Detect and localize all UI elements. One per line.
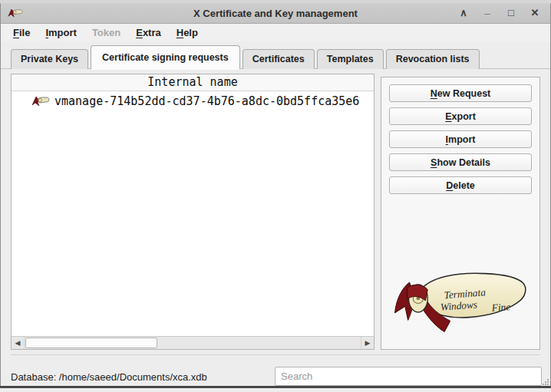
menu-help[interactable]: Help xyxy=(169,25,206,40)
delete-button[interactable]: Delete xyxy=(389,176,532,194)
xca-banner-logo: Terminata Windows Fine xyxy=(388,266,533,346)
new-request-button[interactable]: New Request xyxy=(389,84,532,102)
database-path-label: Database: /home/saeed/Documents/xca.xdb xyxy=(11,371,207,383)
screen-bottom-sliver xyxy=(0,386,551,388)
logo-line3: Fine xyxy=(490,301,510,314)
close-icon[interactable]: ✕ xyxy=(530,8,540,18)
minimize-icon[interactable]: _ xyxy=(482,5,493,15)
menu-token: Token xyxy=(84,25,128,40)
pane-divider xyxy=(11,354,540,355)
horizontal-scrollbar[interactable]: ◀ ▶ xyxy=(12,336,374,349)
resize-grip[interactable] xyxy=(543,379,549,386)
scroll-right-icon[interactable]: ▶ xyxy=(361,337,374,349)
action-panel: New Request Export Import Show Details D… xyxy=(381,77,540,350)
csr-list: Internal name vmanage-714b52dd-cd37-4b76… xyxy=(11,74,374,350)
scrollbar-thumb[interactable] xyxy=(25,338,157,348)
column-header-internal-name[interactable]: Internal name xyxy=(12,74,374,91)
tabbar: Private Keys Certificate signing request… xyxy=(11,44,540,69)
xca-window: X Certificate and Key management ∧ _ □ ✕… xyxy=(0,0,551,392)
menubar: File Import Token Extra Help xyxy=(1,24,550,41)
csr-internal-name: vmanage-714b52dd-cd37-4b76-a8dc-0bd5ffca… xyxy=(54,94,359,108)
scroll-left-icon[interactable]: ◀ xyxy=(12,337,25,349)
menu-import[interactable]: Import xyxy=(38,25,84,40)
tab-templates[interactable]: Templates xyxy=(317,49,384,69)
window-border-left xyxy=(0,3,1,386)
search-input[interactable] xyxy=(275,367,542,386)
show-details-button[interactable]: Show Details xyxy=(389,153,532,171)
list-item[interactable]: vmanage-714b52dd-cd37-4b76-a8dc-0bd5ffca… xyxy=(12,91,374,110)
menu-file[interactable]: File xyxy=(5,25,38,40)
titlebar[interactable]: X Certificate and Key management ∧ _ □ ✕ xyxy=(0,3,551,24)
tab-certificate-signing-requests[interactable]: Certificate signing requests xyxy=(91,45,240,69)
tab-certificates[interactable]: Certificates xyxy=(243,49,315,69)
csr-scroll-icon xyxy=(31,95,50,107)
import-button[interactable]: Import xyxy=(389,130,532,148)
menu-extra[interactable]: Extra xyxy=(128,25,169,40)
maximize-icon[interactable]: □ xyxy=(506,8,516,18)
shade-icon[interactable]: ∧ xyxy=(458,8,469,18)
tab-private-keys[interactable]: Private Keys xyxy=(11,49,88,69)
tab-revocation-lists[interactable]: Revocation lists xyxy=(386,49,480,69)
export-button[interactable]: Export xyxy=(389,107,532,125)
